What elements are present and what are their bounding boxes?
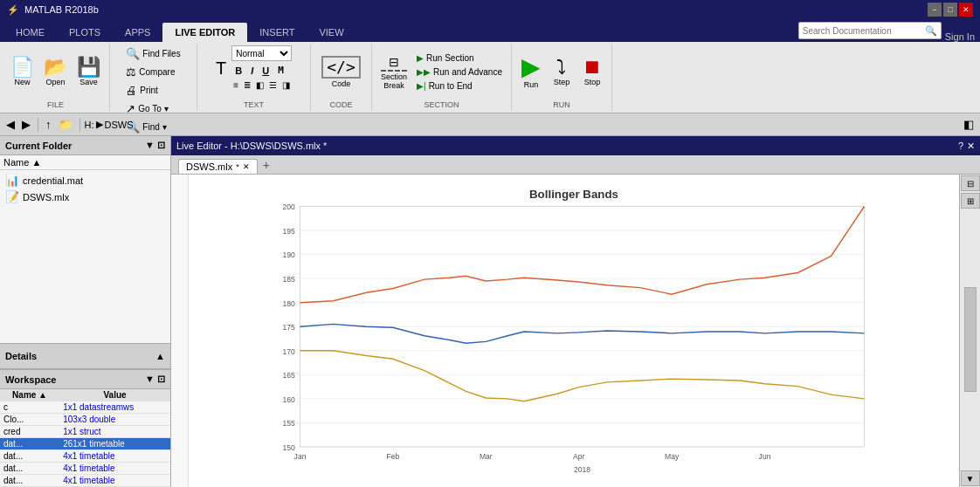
close-button[interactable]: ✕ (959, 3, 973, 17)
tab-view[interactable]: VIEW (307, 23, 355, 42)
print-button[interactable]: 🖨 Print (122, 82, 162, 99)
panel-btn-1[interactable]: ⊟ (961, 175, 980, 191)
run-section-icon: ▶ (417, 53, 424, 63)
up-dir-button[interactable]: ↑ (43, 116, 54, 133)
folder-expand-icon[interactable]: ⊡ (157, 140, 165, 151)
stop-button[interactable]: ⏹ Stop (578, 56, 606, 88)
search-icon: 🔍 (925, 25, 937, 37)
line-gutter (171, 175, 189, 487)
go-to-button[interactable]: ↗ Go To ▾ (122, 100, 172, 117)
text-group-content: T Normal Heading 1 Code B I U M ≡ (216, 45, 292, 99)
run-end-button[interactable]: ▶| Run to End (413, 79, 506, 93)
workspace-expand-icon[interactable]: ⊡ (157, 374, 165, 385)
workspace-options-icon[interactable]: ▼ (145, 374, 155, 385)
left-panel: Current Folder ▼ ⊡ Name ▲ 📊 credential.m… (0, 136, 171, 487)
workspace-label: Workspace (5, 374, 57, 385)
folder-options-icon[interactable]: ▼ (145, 140, 155, 151)
file-item-dsws[interactable]: 📝 DSWS.mlx (2, 189, 169, 205)
ws-row-clo[interactable]: Clo... 103x3 double (0, 414, 170, 426)
toolbar-sep-2 (79, 118, 80, 132)
xtick-jan: Jan (294, 452, 307, 461)
italic-button[interactable]: I (247, 64, 257, 78)
details-panel: Details ▲ (0, 343, 170, 369)
back-button[interactable]: ◀ (3, 116, 17, 133)
step-button[interactable]: ⤵ Step (548, 56, 576, 88)
ws-col-value[interactable]: Value (59, 389, 170, 401)
ws-value-cred: 1x1 struct (59, 426, 170, 438)
ws-row-dat3[interactable]: dat... 4x1 timetable (0, 463, 170, 475)
run-button[interactable]: ▶ Run (517, 53, 545, 91)
tab-insert[interactable]: INSERT (247, 23, 307, 42)
open-button[interactable]: 📂 Open (40, 56, 71, 88)
tab-home[interactable]: HOME (3, 23, 57, 42)
new-button[interactable]: 📄 New (7, 56, 38, 88)
editor-help-icon[interactable]: ? (958, 141, 963, 152)
ws-row-dat2[interactable]: dat... 4x1 timetable (0, 450, 170, 463)
chart-title: Bollinger Bands (529, 188, 618, 201)
mlx-file-icon: 📝 (5, 190, 19, 203)
format-buttons: B I U M (231, 63, 292, 78)
search-input[interactable] (803, 26, 925, 36)
editor-close-icon[interactable]: ✕ (967, 141, 975, 152)
section-group-label: SECTION (424, 100, 459, 109)
text-icon: T (216, 58, 226, 79)
mat-file-icon: 📊 (5, 174, 19, 187)
file-name-dsws: DSWS.mlx (23, 192, 69, 202)
section-break-button[interactable]: ⊟ SectionBreak (377, 52, 411, 92)
add-tab-button[interactable]: + (258, 156, 275, 174)
workspace-panel: Workspace ▼ ⊡ Name ▲ Value c 1x1 datastr (0, 369, 170, 487)
toggle-sidebar-button[interactable]: ◧ (961, 116, 977, 133)
file-item-credential[interactable]: 📊 credential.mat (2, 172, 169, 189)
section-group-content: ⊟ SectionBreak ▶ Run Section ▶▶ Run and … (377, 45, 506, 99)
ws-row-cred[interactable]: cred 1x1 struct (0, 426, 170, 438)
bold-button[interactable]: B (231, 64, 245, 78)
ribbon-group-navigate: 🔍 Find Files ⚖ Compare 🖨 Print ↗ Go To ▾… (110, 44, 197, 111)
editor-tab-dsws[interactable]: DSWS.mlx * ✕ (178, 159, 258, 174)
title-bar-left: ⚡ MATLAB R2018b (7, 4, 99, 16)
save-button[interactable]: 💾 Save (73, 56, 104, 88)
align-left-button[interactable]: ◧ (254, 79, 266, 91)
list-unordered-button[interactable]: ≡ (231, 79, 240, 91)
ws-value-dat2: 4x1 timetable (59, 450, 170, 463)
scroll-down-button[interactable]: ▼ (961, 470, 980, 486)
xtick-may: May (665, 452, 680, 461)
scrollbar-thumb[interactable] (964, 287, 977, 392)
maximize-button[interactable]: □ (943, 3, 957, 17)
ytick-190: 190 (283, 250, 296, 259)
compare-button[interactable]: ⚖ Compare (122, 64, 178, 80)
run-section-button[interactable]: ▶ Run Section (413, 51, 506, 65)
minimize-button[interactable]: − (928, 3, 942, 17)
find-files-button[interactable]: 🔍 Find Files (122, 45, 183, 62)
ytick-165: 165 (283, 371, 296, 380)
tab-live-editor[interactable]: LIVE EDITOR (162, 23, 247, 42)
align-right-button[interactable]: ◨ (280, 79, 292, 91)
ytick-180: 180 (283, 299, 296, 308)
ws-row-c[interactable]: c 1x1 datastreamws (0, 401, 170, 414)
forward-button[interactable]: ▶ (19, 116, 33, 133)
browse-button[interactable]: 📁 (56, 116, 75, 133)
tab-apps[interactable]: APPS (113, 23, 162, 42)
details-expand-icon[interactable]: ▲ (155, 351, 165, 361)
style-select[interactable]: Normal Heading 1 Code (231, 45, 292, 61)
underline-button[interactable]: U (259, 64, 273, 78)
tab-plots[interactable]: PLOTS (57, 23, 113, 42)
panel-btn-2[interactable]: ⊞ (961, 193, 980, 209)
ws-col-name[interactable]: Name ▲ (0, 389, 59, 401)
search-box[interactable]: 🔍 (798, 22, 942, 39)
ribbon-group-text: T Normal Heading 1 Code B I U M ≡ (197, 44, 311, 111)
run-advance-button[interactable]: ▶▶ Run and Advance (413, 65, 506, 79)
file-col-header[interactable]: Name ▲ (0, 155, 170, 170)
save-icon: 💾 (77, 58, 100, 77)
code-button[interactable]: </> Code (318, 54, 364, 90)
ytick-200: 200 (283, 202, 296, 211)
mono-button[interactable]: M (274, 63, 287, 78)
tab-close-dsws[interactable]: ✕ (243, 162, 250, 171)
ws-row-dat1[interactable]: dat... 261x1 timetable (0, 438, 170, 450)
ws-row-dat4[interactable]: dat... 4x1 timetable (0, 475, 170, 487)
align-buttons: ≡ ≣ ◧ ☰ ◨ (231, 79, 292, 91)
list-ordered-button[interactable]: ≣ (242, 79, 252, 91)
align-center-button[interactable]: ☰ (267, 79, 279, 91)
breadcrumb-home[interactable]: H: (85, 120, 94, 130)
sign-in-button[interactable]: Sign In (945, 31, 980, 42)
breadcrumb-item[interactable]: DSWS (105, 120, 134, 130)
